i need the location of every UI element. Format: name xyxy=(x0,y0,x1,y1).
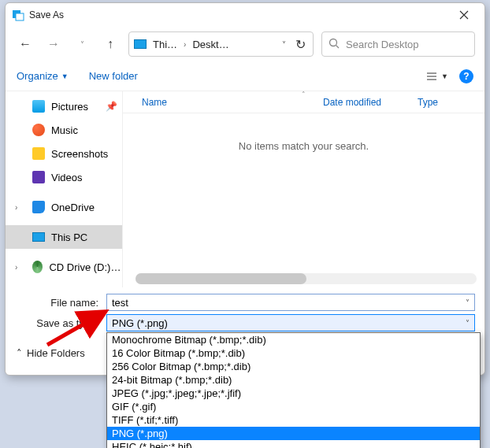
filetype-option[interactable]: PNG (*.png) xyxy=(107,427,480,440)
file-list-pane: ˄ Name Date modified Type No items match… xyxy=(122,91,484,287)
up-button[interactable]: ↑ xyxy=(100,34,121,54)
address-dropdown[interactable]: ˅ xyxy=(279,40,289,49)
dialog-title: Save As xyxy=(29,9,447,20)
fields-area: File name: test ˅ Save as type: PNG (*.p… xyxy=(6,287,484,333)
sidebar-item-videos[interactable]: Videos xyxy=(6,165,122,189)
savetype-dropdown-list[interactable]: Monochrome Bitmap (*.bmp;*.dib)16 Color … xyxy=(106,332,481,448)
sidebar-item-pictures[interactable]: Pictures 📌 xyxy=(6,94,122,118)
savetype-combobox[interactable]: PNG (*.png) ˅ xyxy=(106,314,475,331)
filename-input[interactable]: test ˅ xyxy=(106,294,475,311)
filename-dropdown-icon[interactable]: ˅ xyxy=(466,298,470,307)
new-folder-button[interactable]: New folder xyxy=(89,70,138,82)
titlebar: Save As xyxy=(6,3,484,27)
search-input[interactable]: Search Desktop xyxy=(321,31,475,57)
sidebar: Pictures 📌 Music Screenshots Videos › On… xyxy=(6,91,122,287)
toolbar: Organize▼ New folder ▼ ? xyxy=(6,61,484,91)
app-icon xyxy=(12,9,24,21)
chevron-up-icon: ˄ xyxy=(17,347,22,359)
save-as-dialog: Save As ← → ˅ ↑ Thi… › Deskt… ˅ ↻ Search… xyxy=(5,2,485,376)
horizontal-scrollbar[interactable] xyxy=(135,273,477,284)
help-button[interactable]: ? xyxy=(459,69,473,83)
close-button[interactable] xyxy=(447,3,481,27)
hide-folders-button[interactable]: ˄ Hide Folders xyxy=(17,347,85,359)
column-name[interactable]: Name xyxy=(142,97,323,108)
music-icon xyxy=(32,124,45,136)
back-button[interactable]: ← xyxy=(15,34,35,54)
sidebar-item-onedrive[interactable]: › OneDrive xyxy=(6,195,122,219)
thispc-icon xyxy=(32,232,45,242)
filetype-option[interactable]: HEIC (*.heic;*.hif) xyxy=(107,440,480,448)
savetype-label: Save as type: xyxy=(15,317,102,329)
organize-menu[interactable]: Organize▼ xyxy=(17,70,69,82)
filetype-option[interactable]: 16 Color Bitmap (*.bmp;*.dib) xyxy=(107,346,480,360)
filetype-option[interactable]: Monochrome Bitmap (*.bmp;*.dib) xyxy=(107,333,480,346)
search-placeholder: Search Desktop xyxy=(346,39,419,50)
view-options-button[interactable]: ▼ xyxy=(427,72,448,81)
nav-row: ← → ˅ ↑ Thi… › Deskt… ˅ ↻ Search Desktop xyxy=(6,27,484,61)
svg-point-2 xyxy=(330,39,337,46)
column-date[interactable]: Date modified xyxy=(323,97,418,108)
filename-label: File name: xyxy=(15,297,102,309)
pictures-icon xyxy=(32,100,45,113)
address-bar[interactable]: Thi… › Deskt… ˅ ↻ xyxy=(128,31,314,57)
pin-icon: 📌 xyxy=(106,101,117,112)
recent-dropdown[interactable]: ˅ xyxy=(72,34,92,54)
forward-button[interactable]: → xyxy=(43,34,64,54)
sort-asc-icon: ˄ xyxy=(302,91,306,98)
sidebar-item-thispc[interactable]: This PC xyxy=(6,225,122,249)
empty-message: No items match your search. xyxy=(123,140,484,152)
filetype-option[interactable]: GIF (*.gif) xyxy=(107,400,480,413)
column-type[interactable]: Type xyxy=(418,97,438,108)
sidebar-item-music[interactable]: Music xyxy=(6,118,122,142)
chevron-right-icon[interactable]: › xyxy=(184,40,186,49)
filetype-option[interactable]: TIFF (*.tif;*.tiff) xyxy=(107,413,480,427)
filetype-option[interactable]: JPEG (*.jpg;*.jpeg;*.jpe;*.jfif) xyxy=(107,387,480,400)
filetype-option[interactable]: 24-bit Bitmap (*.bmp;*.dib) xyxy=(107,373,480,387)
svg-line-3 xyxy=(336,45,340,48)
folder-icon xyxy=(32,147,45,160)
search-icon xyxy=(329,38,340,51)
breadcrumb-thispc[interactable]: Thi… xyxy=(150,39,180,50)
sidebar-item-cddrive[interactable]: › CD Drive (D:) CCO xyxy=(6,255,122,279)
expand-icon[interactable]: › xyxy=(15,263,17,272)
pc-icon xyxy=(134,39,147,49)
refresh-button[interactable]: ↻ xyxy=(292,37,308,52)
cd-icon xyxy=(32,261,43,273)
onedrive-icon xyxy=(32,201,45,213)
breadcrumb-desktop[interactable]: Deskt… xyxy=(189,39,232,50)
sidebar-item-screenshots[interactable]: Screenshots xyxy=(6,142,122,165)
expand-icon[interactable]: › xyxy=(15,203,17,212)
filetype-option[interactable]: 256 Color Bitmap (*.bmp;*.dib) xyxy=(107,360,480,373)
scrollbar-thumb[interactable] xyxy=(135,273,306,284)
videos-icon xyxy=(32,171,45,183)
svg-rect-1 xyxy=(16,13,24,20)
savetype-dropdown-icon[interactable]: ˅ xyxy=(466,319,470,328)
